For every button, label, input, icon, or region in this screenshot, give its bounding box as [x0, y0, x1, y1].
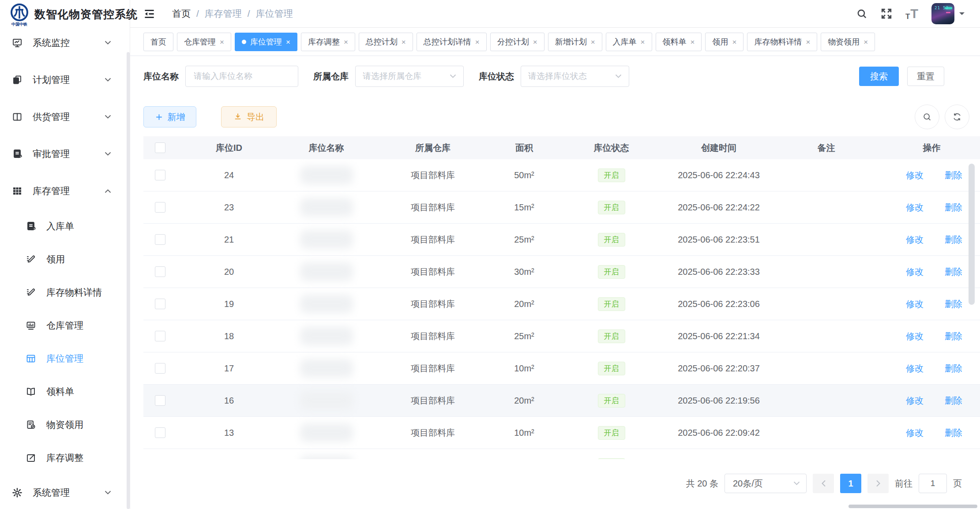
sidebar-item-9[interactable]: 库位管理: [0, 342, 126, 375]
sidebar-item-0[interactable]: 系统监控: [0, 24, 126, 61]
tab-6[interactable]: 分控计划 ×: [490, 33, 544, 51]
delete-link[interactable]: 删除: [945, 330, 962, 342]
sidebar-item-8[interactable]: 仓库管理: [0, 309, 126, 342]
close-icon[interactable]: ×: [864, 38, 868, 46]
table-row[interactable]: 17 项目部料库 10m² 开启 2025-06-06 22:20:37 修改 …: [143, 352, 980, 385]
close-icon[interactable]: ×: [220, 38, 224, 46]
row-checkbox[interactable]: [155, 363, 165, 374]
close-icon[interactable]: ×: [591, 38, 595, 46]
warehouse-select[interactable]: 请选择所属仓库: [355, 66, 464, 87]
tab-12[interactable]: 物资领用 ×: [821, 33, 875, 51]
edit-link[interactable]: 修改: [906, 266, 924, 278]
row-checkbox[interactable]: [155, 427, 165, 438]
delete-link[interactable]: 删除: [945, 202, 962, 213]
edit-link[interactable]: 修改: [906, 459, 924, 460]
page-number-1[interactable]: 1: [840, 474, 861, 493]
sidebar-item-7[interactable]: 库存物料详情: [0, 276, 126, 309]
select-all-checkbox[interactable]: [155, 142, 165, 153]
delete-link[interactable]: 删除: [945, 363, 962, 374]
sidebar-item-5[interactable]: 入库单: [0, 210, 126, 243]
delete-link[interactable]: 删除: [945, 266, 962, 278]
table-row[interactable]: 18 项目部料库 25m² 开启 2025-06-06 22:21:34 修改 …: [143, 320, 980, 352]
fullscreen-icon[interactable]: [881, 8, 892, 19]
sidebar-item-11[interactable]: 物资领用: [0, 408, 126, 441]
sidebar-item-4[interactable]: 库存管理: [0, 172, 126, 210]
delete-link[interactable]: 删除: [945, 395, 962, 407]
tab-0[interactable]: 首页: [143, 33, 173, 51]
horizontal-scrollbar[interactable]: [849, 505, 977, 508]
add-button[interactable]: 新增: [143, 106, 196, 127]
delete-link[interactable]: 删除: [945, 427, 962, 439]
tab-10[interactable]: 领用 ×: [705, 33, 743, 51]
tab-7[interactable]: 新增计划 ×: [548, 33, 602, 51]
close-icon[interactable]: ×: [806, 38, 810, 46]
sidebar-scrollbar[interactable]: [127, 52, 130, 509]
sidebar-item-13[interactable]: 系统管理: [0, 474, 126, 509]
user-menu[interactable]: 21 52: [931, 3, 965, 24]
row-checkbox[interactable]: [155, 234, 165, 245]
sidebar-item-1[interactable]: 计划管理: [0, 61, 126, 98]
search-icon[interactable]: [856, 8, 867, 19]
reset-button[interactable]: 重置: [907, 67, 944, 86]
row-checkbox[interactable]: [155, 170, 165, 180]
next-page-button[interactable]: [867, 474, 889, 493]
tab-2[interactable]: 库位管理 ×: [235, 33, 297, 51]
refresh-icon[interactable]: [945, 105, 969, 129]
table-row[interactable]: 16 项目部料库 20m² 开启 2025-06-06 22:19:56 修改 …: [143, 385, 980, 417]
tab-9[interactable]: 领料单 ×: [656, 33, 702, 51]
close-icon[interactable]: ×: [691, 38, 695, 46]
breadcrumb-inventory[interactable]: 库存管理: [205, 7, 242, 20]
close-icon[interactable]: ×: [475, 38, 480, 46]
table-row[interactable]: 23 项目部料库 15m² 开启 2025-06-06 22:24:22 修改 …: [143, 191, 980, 224]
row-checkbox[interactable]: [155, 266, 165, 277]
delete-link[interactable]: 删除: [945, 234, 962, 246]
tab-8[interactable]: 入库单 ×: [606, 33, 652, 51]
export-button[interactable]: 导出: [221, 106, 277, 127]
table-row[interactable]: 开启 修改 删除: [143, 449, 980, 459]
tab-11[interactable]: 库存物料详情 ×: [747, 33, 817, 51]
tab-1[interactable]: 仓库管理 ×: [177, 33, 231, 51]
sidebar-item-3[interactable]: 审批管理: [0, 135, 126, 172]
edit-link[interactable]: 修改: [906, 395, 924, 407]
location-status-select[interactable]: 请选择库位状态: [521, 66, 629, 87]
breadcrumb-location[interactable]: 库位管理: [256, 7, 293, 20]
close-icon[interactable]: ×: [286, 38, 290, 46]
breadcrumb-home[interactable]: 首页: [172, 7, 191, 20]
edit-link[interactable]: 修改: [906, 234, 924, 246]
search-button[interactable]: 搜索: [859, 67, 899, 86]
close-icon[interactable]: ×: [533, 38, 537, 46]
sidebar-item-10[interactable]: 领料单: [0, 375, 126, 408]
table-scrollbar[interactable]: [969, 164, 975, 305]
sidebar-item-6[interactable]: 领用: [0, 243, 126, 276]
edit-link[interactable]: 修改: [906, 427, 924, 439]
delete-link[interactable]: 删除: [945, 298, 962, 310]
font-size-icon[interactable]: TT: [905, 7, 918, 20]
edit-link[interactable]: 修改: [906, 363, 924, 374]
table-row[interactable]: 21 项目部料库 25m² 开启 2025-06-06 22:23:51 修改 …: [143, 224, 980, 256]
sidebar-item-2[interactable]: 供货管理: [0, 98, 126, 135]
tab-3[interactable]: 库存调整 ×: [301, 33, 355, 51]
sidebar-item-12[interactable]: 库存调整: [0, 441, 126, 474]
table-row[interactable]: 24 项目部料库 50m² 开启 2025-06-06 22:24:43 修改 …: [143, 159, 980, 191]
close-icon[interactable]: ×: [344, 38, 348, 46]
row-checkbox[interactable]: [155, 299, 165, 309]
close-icon[interactable]: ×: [732, 38, 736, 46]
edit-link[interactable]: 修改: [906, 298, 924, 310]
close-icon[interactable]: ×: [641, 38, 645, 46]
location-name-input[interactable]: [193, 71, 291, 82]
tab-4[interactable]: 总控计划 ×: [359, 33, 413, 51]
edit-link[interactable]: 修改: [906, 330, 924, 342]
row-checkbox[interactable]: [155, 202, 165, 213]
goto-page-input[interactable]: [919, 474, 947, 493]
delete-link[interactable]: 删除: [945, 459, 962, 460]
avatar[interactable]: 21 52: [931, 3, 954, 24]
table-search-icon[interactable]: [915, 105, 939, 129]
page-size-select[interactable]: 20条/页: [725, 474, 807, 493]
table-row[interactable]: 13 项目部料库 10m² 开启 2025-06-06 22:09:42 修改 …: [143, 417, 980, 449]
delete-link[interactable]: 删除: [945, 169, 962, 181]
table-row[interactable]: 20 项目部料库 30m² 开启 2025-06-06 22:23:33 修改 …: [143, 256, 980, 288]
tab-5[interactable]: 总控计划详情 ×: [417, 33, 487, 51]
prev-page-button[interactable]: [813, 474, 834, 493]
edit-link[interactable]: 修改: [906, 202, 924, 213]
menu-fold-icon[interactable]: [143, 8, 155, 20]
